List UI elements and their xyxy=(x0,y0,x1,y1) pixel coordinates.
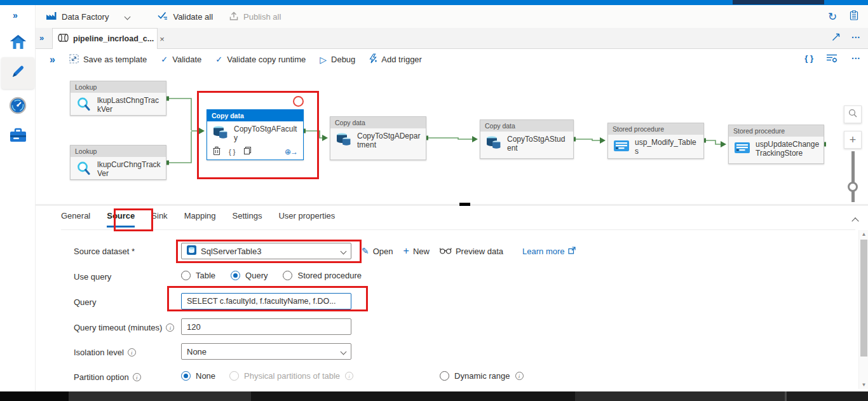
isolation-level-value: None xyxy=(187,347,337,357)
new-dataset-button[interactable]: + New xyxy=(403,245,430,257)
nav-author-button[interactable] xyxy=(1,57,34,89)
info-icon: i xyxy=(345,372,353,380)
panel-scrollbar[interactable]: ▲ ▼ xyxy=(858,230,868,389)
pipeline-settings-button[interactable] xyxy=(826,53,837,65)
use-query-table-radio[interactable]: Table xyxy=(181,271,215,280)
ellipsis-icon: ··· xyxy=(851,53,860,64)
activity-code-icon[interactable]: { } xyxy=(229,148,235,156)
add-output-icon[interactable]: ⊕→ xyxy=(285,147,297,156)
scroll-down-arrow[interactable]: ▼ xyxy=(859,382,868,388)
tab-general[interactable]: General xyxy=(61,211,90,226)
top-command-bar: Data Factory Validate all Publish all ↻ xyxy=(36,5,868,28)
refresh-button[interactable]: ↻ xyxy=(825,9,840,24)
config-tab-row: General Source Sink Mapping Settings Use… xyxy=(61,211,855,230)
partition-physical-radio[interactable]: Physical partitions of table i xyxy=(229,371,353,381)
partition-none-label: None xyxy=(196,371,215,381)
pipeline-icon xyxy=(58,33,69,44)
activity-type-label: Copy data xyxy=(480,120,573,132)
partition-dynamic-label: Dynamic range xyxy=(454,371,510,381)
glasses-icon xyxy=(440,247,452,256)
chevron-up-icon xyxy=(851,217,858,224)
expand-editor-button[interactable] xyxy=(832,32,840,44)
partition-none-radio[interactable]: None xyxy=(181,371,215,381)
activity-copy-student[interactable]: Copy data CopyToStgAStudent xyxy=(480,119,574,159)
tabbar-expand-chevrons-icon[interactable]: » xyxy=(39,33,44,43)
use-query-sp-radio[interactable]: Stored procedure xyxy=(283,271,361,280)
tab-overflow-button[interactable]: ··· xyxy=(851,32,860,43)
isolation-level-select[interactable]: None xyxy=(181,343,351,360)
activity-sp-modify-tables[interactable]: Stored procedure usp_Modify_Tables xyxy=(607,123,704,159)
data-factory-switcher[interactable]: Data Factory xyxy=(46,11,130,22)
scrollbar-thumb[interactable] xyxy=(860,240,867,357)
source-dataset-select[interactable]: SqlServerTable3 xyxy=(181,243,351,259)
validate-label: Validate xyxy=(172,55,201,64)
canvas-zoom-slider-track[interactable] xyxy=(851,151,855,202)
annotation-circle xyxy=(293,96,304,107)
pencil-icon: ✎ xyxy=(362,246,369,256)
canvas-search-button[interactable] xyxy=(844,105,862,123)
clone-activity-icon[interactable] xyxy=(243,146,252,158)
nav-monitor-button[interactable] xyxy=(0,93,36,121)
tab-close-icon[interactable]: × xyxy=(159,34,165,44)
scroll-up-arrow[interactable]: ▲ xyxy=(859,231,868,237)
query-timeout-input[interactable]: 120 xyxy=(181,318,351,335)
query-label: Query xyxy=(74,297,96,307)
validate-all-button[interactable]: Validate all xyxy=(158,11,213,22)
nav-home-button[interactable] xyxy=(0,29,36,57)
query-option-label: Query xyxy=(245,271,268,280)
discard-all-button[interactable] xyxy=(846,9,862,24)
activity-sp-update-changetrack[interactable]: Stored procedure uspUpdateChangeTracking… xyxy=(728,125,824,164)
sidebar-expand-chevrons-icon[interactable]: » xyxy=(13,10,18,20)
check-icon: ✓ xyxy=(161,55,168,64)
pipeline-canvas[interactable]: Lookup lkupLastChngTrackVer Lookup lkupC… xyxy=(36,70,868,204)
publish-all-button[interactable]: Publish all xyxy=(229,11,281,22)
taskbar-segment xyxy=(0,391,69,401)
activity-name: lkupLastChngTrackVer xyxy=(97,97,162,114)
delete-activity-icon[interactable] xyxy=(213,146,220,158)
radio-icon xyxy=(283,271,292,280)
collapse-panel-button[interactable] xyxy=(853,215,858,226)
tab-mapping[interactable]: Mapping xyxy=(184,211,216,226)
ellipsis-icon: ··· xyxy=(851,32,860,43)
nav-manage-button[interactable] xyxy=(0,122,36,150)
debug-button[interactable]: ▷ Debug xyxy=(320,55,355,65)
query-input[interactable]: SELECT c.facultyId, f.facultyName, f.DO.… xyxy=(181,293,351,309)
toolbar-expand-chevrons-icon[interactable]: » xyxy=(50,54,55,65)
preview-data-label: Preview data xyxy=(456,247,503,256)
activity-copy-faculty[interactable]: Copy data CopyToStgAFaculty { } ⊕→ xyxy=(207,109,304,160)
save-as-template-label: Save as template xyxy=(83,55,147,64)
open-dataset-button[interactable]: ✎ Open xyxy=(362,246,393,256)
partition-dynamic-radio[interactable]: Dynamic range i xyxy=(440,371,523,381)
tab-sink[interactable]: Sink xyxy=(151,211,167,226)
tab-source[interactable]: Source xyxy=(107,211,135,228)
add-trigger-label: Add trigger xyxy=(381,55,422,64)
canvas-zoom-in-button[interactable]: + xyxy=(844,131,862,149)
activity-lookup-cur[interactable]: Lookup lkupCurChngTrackVer xyxy=(70,145,166,180)
preview-data-button[interactable]: Preview data xyxy=(440,247,503,256)
save-as-template-button[interactable]: Save as template xyxy=(69,54,147,65)
tab-settings[interactable]: Settings xyxy=(233,211,262,226)
validate-copy-runtime-button[interactable]: ✓ Validate copy runtime xyxy=(215,55,306,64)
use-query-query-radio[interactable]: Query xyxy=(231,271,268,280)
chevron-down-icon xyxy=(341,248,347,254)
activity-type-label: Copy data xyxy=(207,110,303,121)
code-view-button[interactable]: { } xyxy=(804,53,813,63)
activity-type-label: Stored procedure xyxy=(608,123,703,135)
tab-pipeline-incrload[interactable]: pipeline_incrload_c... × xyxy=(52,28,158,49)
toolbar-overflow-button[interactable]: ··· xyxy=(851,53,860,64)
canvas-zoom-slider-handle[interactable] xyxy=(848,182,858,192)
validate-all-icon xyxy=(158,11,168,22)
activity-config-panel: General Source Sink Mapping Settings Use… xyxy=(36,206,868,391)
partition-physical-label: Physical partitions of table xyxy=(244,371,340,381)
pipeline-toolbar: » Save as template ✓ Validate ✓ Validate… xyxy=(36,49,868,70)
tab-user-properties[interactable]: User properties xyxy=(278,211,335,226)
activity-lookup-last[interactable]: Lookup lkupLastChngTrackVer xyxy=(70,81,166,116)
copy-data-icon xyxy=(336,132,351,149)
azure-top-strip xyxy=(0,0,868,5)
os-taskbar-sliver xyxy=(0,391,868,401)
sp-option-label: Stored procedure xyxy=(297,271,361,280)
validate-button[interactable]: ✓ Validate xyxy=(161,55,201,64)
learn-more-link[interactable]: Learn more xyxy=(522,247,575,256)
activity-copy-department[interactable]: Copy data CopyToStgADepartment xyxy=(330,116,426,160)
add-trigger-button[interactable]: Add trigger xyxy=(369,53,422,65)
